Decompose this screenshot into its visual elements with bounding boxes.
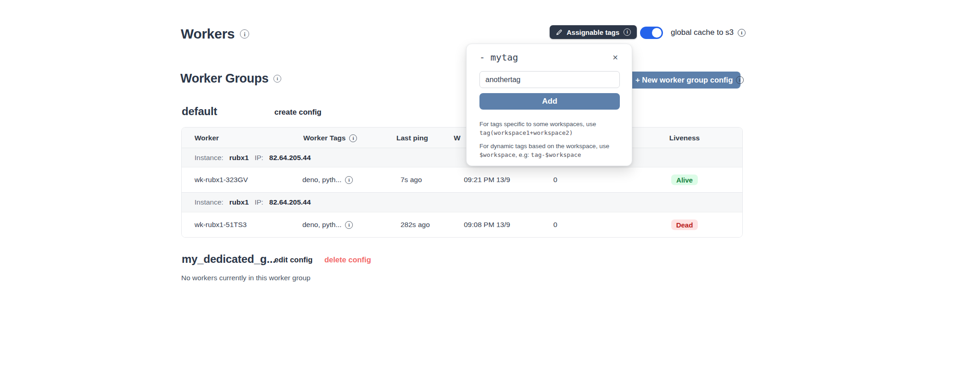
assignable-tags-info-icon[interactable] — [624, 28, 631, 36]
col-header-worker-start-partial: W — [454, 134, 461, 142]
worker-row: wk-rubx1-51TS3 deno, pyth... 282s ago 09… — [182, 212, 742, 237]
worker-start-value: 09:21 PM 13/9 — [464, 176, 510, 184]
workers-info-icon[interactable] — [240, 29, 249, 39]
help2-code2: tag-$workspace — [531, 151, 581, 158]
new-worker-group-config-info-icon[interactable] — [736, 76, 744, 84]
tag-item-mytag[interactable]: - mytag — [479, 52, 518, 63]
help2-text: For dynamic tags based on the workspace,… — [479, 143, 609, 150]
table-header-row: Worker Worker Tags Last ping W Liveness — [182, 128, 742, 148]
col-header-last-ping: Last ping — [396, 134, 428, 142]
liveness-cell: Alive — [659, 175, 710, 185]
status-badge-dead: Dead — [671, 220, 698, 230]
worker-groups-heading-row: Worker Groups — [180, 72, 281, 86]
group-name-default: default — [182, 105, 217, 118]
edit-config-button[interactable]: edit config — [274, 255, 312, 264]
page-title-row: Workers — [181, 26, 249, 42]
tag-list-row: - mytag × — [479, 52, 619, 63]
global-cache-toggle[interactable] — [640, 27, 663, 39]
new-worker-group-config-button[interactable]: + New worker group config — [628, 72, 741, 89]
help1-text: For tags specific to some workspaces, us… — [479, 121, 596, 128]
worker-tags-info-icon[interactable] — [349, 134, 357, 142]
instance-label: Instance: — [195, 198, 223, 206]
jobs-count: 0 — [553, 221, 557, 229]
delete-config-button[interactable]: delete config — [324, 255, 371, 264]
last-ping-value: 282s ago — [401, 221, 430, 229]
workers-table: Worker Worker Tags Last ping W Liveness … — [181, 127, 743, 238]
jobs-count: 0 — [553, 176, 557, 184]
worker-tags-detail-icon[interactable] — [345, 221, 353, 229]
empty-group-message: No workers currently in this worker grou… — [181, 274, 311, 282]
instance-row: Instance: rubx1 IP: 82.64.205.44 — [182, 193, 742, 212]
create-config-button[interactable]: create config — [274, 108, 322, 117]
workers-page: Workers Assignable tags global cache to … — [0, 0, 980, 383]
worker-tags-cell: deno, pyth... — [302, 221, 353, 229]
instance-name: rubx1 — [229, 198, 249, 206]
col-header-liveness: Liveness — [659, 134, 710, 142]
worker-tags-detail-icon[interactable] — [345, 176, 353, 184]
worker-tags-value: deno, pyth... — [302, 221, 341, 229]
ip-label: IP: — [255, 154, 263, 161]
global-cache-label: global cache to s3 — [671, 28, 734, 37]
help2-sep: , e.g: — [515, 151, 531, 158]
assignable-tags-popup: - mytag × Add For tags specific to some … — [466, 44, 632, 166]
dynamic-tags-help: For dynamic tags based on the workspace,… — [479, 142, 621, 160]
workspace-tags-help: For tags specific to some workspaces, us… — [479, 120, 621, 138]
col-header-worker-tags-label: Worker Tags — [303, 134, 345, 142]
new-tag-input[interactable] — [479, 71, 620, 88]
worker-tags-value: deno, pyth... — [302, 176, 341, 184]
ip-value: 82.64.205.44 — [269, 154, 311, 161]
toggle-knob — [652, 28, 662, 38]
instance-label: Instance: — [195, 154, 223, 161]
worker-groups-heading: Worker Groups — [180, 72, 268, 86]
instance-cell: Instance: rubx1 IP: 82.64.205.44 — [195, 154, 311, 162]
assignable-tags-label: Assignable tags — [567, 28, 619, 36]
assignable-tags-button[interactable]: Assignable tags — [550, 25, 637, 39]
col-header-worker: Worker — [195, 134, 219, 142]
worker-name: wk-rubx1-323GV — [195, 176, 248, 184]
instance-cell: Instance: rubx1 IP: 82.64.205.44 — [195, 198, 311, 206]
col-header-worker-tags: Worker Tags — [303, 134, 357, 142]
group-name-dedicated: my_dedicated_g... — [182, 253, 276, 266]
help2-code1: $workspace — [479, 151, 515, 158]
help1-code: tag(workspace1+workspace2) — [479, 129, 573, 136]
worker-tags-cell: deno, pyth... — [302, 176, 353, 184]
close-icon[interactable]: × — [612, 53, 619, 62]
add-tag-button[interactable]: Add — [479, 93, 620, 110]
instance-row: Instance: rubx1 IP: 82.64.205.44 — [182, 148, 742, 167]
global-cache-info-icon[interactable] — [738, 29, 746, 37]
worker-start-value: 09:08 PM 13/9 — [464, 221, 510, 229]
worker-name: wk-rubx1-51TS3 — [195, 221, 247, 229]
ip-label: IP: — [255, 198, 263, 206]
ip-value: 82.64.205.44 — [269, 198, 311, 206]
worker-groups-info-icon[interactable] — [273, 75, 281, 83]
worker-row: wk-rubx1-323GV deno, pyth... 7s ago 09:2… — [182, 167, 742, 193]
page-title: Workers — [181, 26, 234, 42]
liveness-cell: Dead — [659, 220, 710, 230]
last-ping-value: 7s ago — [401, 176, 422, 184]
status-badge-alive: Alive — [671, 175, 698, 185]
pencil-icon — [556, 29, 562, 36]
instance-name: rubx1 — [229, 154, 249, 161]
